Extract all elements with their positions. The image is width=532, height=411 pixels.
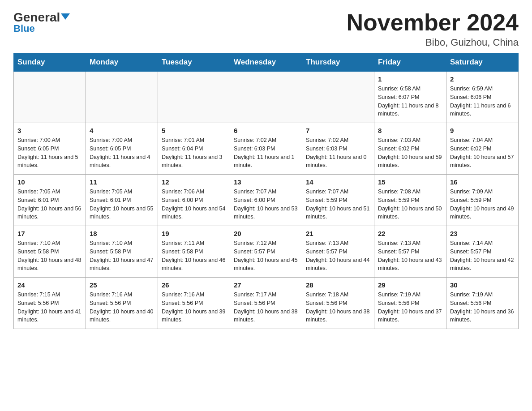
day-number: 9 <box>450 127 515 134</box>
day-number: 11 <box>90 178 154 186</box>
table-row: 18Sunrise: 7:10 AMSunset: 5:58 PMDayligh… <box>86 226 158 278</box>
day-number: 2 <box>450 75 515 83</box>
table-row: 22Sunrise: 7:13 AMSunset: 5:57 PMDayligh… <box>374 226 446 278</box>
table-row: 27Sunrise: 7:17 AMSunset: 5:56 PMDayligh… <box>230 278 302 329</box>
table-row: 1Sunrise: 6:58 AMSunset: 6:07 PMDaylight… <box>374 72 446 123</box>
day-info: Sunrise: 7:13 AMSunset: 5:57 PMDaylight:… <box>306 239 370 273</box>
table-row: 26Sunrise: 7:16 AMSunset: 5:56 PMDayligh… <box>158 278 230 329</box>
day-number: 23 <box>450 230 515 237</box>
day-number: 19 <box>162 230 226 237</box>
day-info: Sunrise: 7:18 AMSunset: 5:56 PMDaylight:… <box>306 291 370 324</box>
day-info: Sunrise: 7:19 AMSunset: 5:56 PMDaylight:… <box>378 291 442 324</box>
table-row <box>158 72 230 123</box>
calendar-week-row: 3Sunrise: 7:00 AMSunset: 6:05 PMDaylight… <box>14 123 519 175</box>
day-info: Sunrise: 7:00 AMSunset: 6:05 PMDaylight:… <box>17 136 82 170</box>
day-info: Sunrise: 7:06 AMSunset: 6:00 PMDaylight:… <box>162 188 226 221</box>
day-number: 1 <box>378 75 442 83</box>
day-number: 8 <box>378 127 442 134</box>
day-number: 26 <box>162 281 226 289</box>
calendar-title: November 2024 <box>347 9 519 36</box>
calendar-week-row: 17Sunrise: 7:10 AMSunset: 5:58 PMDayligh… <box>14 226 519 278</box>
day-info: Sunrise: 7:17 AMSunset: 5:56 PMDaylight:… <box>234 291 298 324</box>
table-row: 17Sunrise: 7:10 AMSunset: 5:58 PMDayligh… <box>14 226 86 278</box>
day-number: 4 <box>90 127 154 134</box>
calendar-week-row: 24Sunrise: 7:15 AMSunset: 5:56 PMDayligh… <box>14 278 519 329</box>
table-row: 9Sunrise: 7:04 AMSunset: 6:02 PMDaylight… <box>446 123 519 175</box>
col-sunday: Sunday <box>14 53 86 72</box>
table-row: 6Sunrise: 7:02 AMSunset: 6:03 PMDaylight… <box>230 123 302 175</box>
day-number: 28 <box>306 281 370 289</box>
day-info: Sunrise: 7:10 AMSunset: 5:58 PMDaylight:… <box>90 239 154 273</box>
day-number: 13 <box>234 178 298 186</box>
table-row: 21Sunrise: 7:13 AMSunset: 5:57 PMDayligh… <box>302 226 374 278</box>
day-info: Sunrise: 7:16 AMSunset: 5:56 PMDaylight:… <box>162 291 226 324</box>
day-info: Sunrise: 7:03 AMSunset: 6:02 PMDaylight:… <box>378 136 442 170</box>
table-row: 25Sunrise: 7:16 AMSunset: 5:56 PMDayligh… <box>86 278 158 329</box>
day-number: 7 <box>306 127 370 134</box>
table-row: 3Sunrise: 7:00 AMSunset: 6:05 PMDaylight… <box>14 123 86 175</box>
day-number: 29 <box>378 281 442 289</box>
day-info: Sunrise: 7:15 AMSunset: 5:56 PMDaylight:… <box>17 291 82 324</box>
logo: General Blue <box>13 11 70 34</box>
day-number: 25 <box>90 281 154 289</box>
day-info: Sunrise: 7:05 AMSunset: 6:01 PMDaylight:… <box>17 188 82 221</box>
table-row: 19Sunrise: 7:11 AMSunset: 5:58 PMDayligh… <box>158 226 230 278</box>
table-row: 16Sunrise: 7:09 AMSunset: 5:59 PMDayligh… <box>446 175 519 226</box>
table-row <box>302 72 374 123</box>
day-info: Sunrise: 7:00 AMSunset: 6:05 PMDaylight:… <box>90 136 154 170</box>
day-info: Sunrise: 7:08 AMSunset: 5:59 PMDaylight:… <box>378 188 442 221</box>
day-info: Sunrise: 7:07 AMSunset: 5:59 PMDaylight:… <box>306 188 370 221</box>
table-row: 14Sunrise: 7:07 AMSunset: 5:59 PMDayligh… <box>302 175 374 226</box>
table-row: 7Sunrise: 7:02 AMSunset: 6:03 PMDaylight… <box>302 123 374 175</box>
day-number: 27 <box>234 281 298 289</box>
calendar-header-row: Sunday Monday Tuesday Wednesday Thursday… <box>14 53 519 72</box>
day-info: Sunrise: 7:01 AMSunset: 6:04 PMDaylight:… <box>162 136 226 170</box>
page-header: General Blue November 2024 Bibo, Guizhou… <box>13 9 519 48</box>
day-info: Sunrise: 7:13 AMSunset: 5:57 PMDaylight:… <box>378 239 442 273</box>
calendar-week-row: 1Sunrise: 6:58 AMSunset: 6:07 PMDaylight… <box>14 72 519 123</box>
day-info: Sunrise: 7:14 AMSunset: 5:57 PMDaylight:… <box>450 239 515 273</box>
day-info: Sunrise: 7:02 AMSunset: 6:03 PMDaylight:… <box>234 136 298 170</box>
title-area: November 2024 Bibo, Guizhou, China <box>347 9 519 48</box>
col-tuesday: Tuesday <box>158 53 230 72</box>
table-row: 13Sunrise: 7:07 AMSunset: 6:00 PMDayligh… <box>230 175 302 226</box>
day-info: Sunrise: 7:04 AMSunset: 6:02 PMDaylight:… <box>450 136 515 170</box>
col-friday: Friday <box>374 53 446 72</box>
table-row: 15Sunrise: 7:08 AMSunset: 5:59 PMDayligh… <box>374 175 446 226</box>
day-info: Sunrise: 7:09 AMSunset: 5:59 PMDaylight:… <box>450 188 515 221</box>
day-number: 16 <box>450 178 515 186</box>
table-row: 24Sunrise: 7:15 AMSunset: 5:56 PMDayligh… <box>14 278 86 329</box>
day-info: Sunrise: 7:12 AMSunset: 5:57 PMDaylight:… <box>234 239 298 273</box>
day-number: 18 <box>90 230 154 237</box>
day-info: Sunrise: 7:10 AMSunset: 5:58 PMDaylight:… <box>17 239 82 273</box>
day-info: Sunrise: 6:58 AMSunset: 6:07 PMDaylight:… <box>378 85 442 118</box>
table-row <box>230 72 302 123</box>
day-number: 24 <box>17 281 82 289</box>
table-row: 8Sunrise: 7:03 AMSunset: 6:02 PMDaylight… <box>374 123 446 175</box>
logo-main: General <box>13 11 70 24</box>
calendar-subtitle: Bibo, Guizhou, China <box>347 37 519 48</box>
day-info: Sunrise: 7:05 AMSunset: 6:01 PMDaylight:… <box>90 188 154 221</box>
day-number: 17 <box>17 230 82 237</box>
day-info: Sunrise: 6:59 AMSunset: 6:06 PMDaylight:… <box>450 85 515 118</box>
table-row: 2Sunrise: 6:59 AMSunset: 6:06 PMDaylight… <box>446 72 519 123</box>
col-saturday: Saturday <box>446 53 519 72</box>
day-number: 15 <box>378 178 442 186</box>
col-wednesday: Wednesday <box>230 53 302 72</box>
day-number: 3 <box>17 127 82 134</box>
table-row: 10Sunrise: 7:05 AMSunset: 6:01 PMDayligh… <box>14 175 86 226</box>
table-row: 11Sunrise: 7:05 AMSunset: 6:01 PMDayligh… <box>86 175 158 226</box>
day-number: 22 <box>378 230 442 237</box>
table-row <box>14 72 86 123</box>
day-number: 21 <box>306 230 370 237</box>
day-info: Sunrise: 7:02 AMSunset: 6:03 PMDaylight:… <box>306 136 370 170</box>
table-row <box>86 72 158 123</box>
day-info: Sunrise: 7:16 AMSunset: 5:56 PMDaylight:… <box>90 291 154 324</box>
table-row: 28Sunrise: 7:18 AMSunset: 5:56 PMDayligh… <box>302 278 374 329</box>
day-number: 12 <box>162 178 226 186</box>
day-info: Sunrise: 7:07 AMSunset: 6:00 PMDaylight:… <box>234 188 298 221</box>
logo-sub: Blue <box>13 23 35 34</box>
calendar-week-row: 10Sunrise: 7:05 AMSunset: 6:01 PMDayligh… <box>14 175 519 226</box>
day-number: 5 <box>162 127 226 134</box>
col-monday: Monday <box>86 53 158 72</box>
